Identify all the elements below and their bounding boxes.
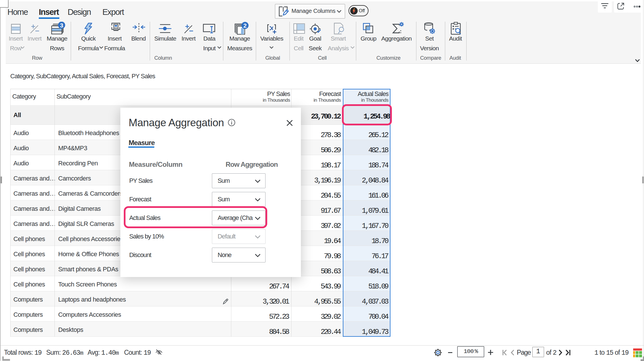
svg-text:3: 3	[60, 22, 63, 29]
svg-text:2: 2	[243, 22, 247, 29]
